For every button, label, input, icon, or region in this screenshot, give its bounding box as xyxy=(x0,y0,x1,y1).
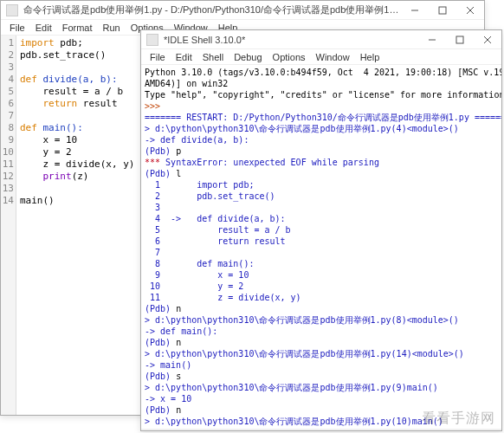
resize-area[interactable] xyxy=(141,429,501,430)
line-number: 2 xyxy=(1,49,14,61)
menu-file[interactable]: File xyxy=(145,52,171,62)
minimize-button[interactable] xyxy=(418,30,446,49)
line-number: 1 xyxy=(1,37,14,49)
shell-prompt: >>> xyxy=(145,101,160,111)
menu-run[interactable]: Run xyxy=(98,23,126,33)
menu-edit[interactable]: Edit xyxy=(171,52,197,62)
shell-window-controls xyxy=(418,30,501,49)
line-number: 9 xyxy=(1,134,14,146)
line-number: 10 xyxy=(1,146,14,158)
menu-window[interactable]: Window xyxy=(311,52,355,62)
menu-options[interactable]: Options xyxy=(268,52,311,62)
menu-file[interactable]: File xyxy=(4,23,30,33)
line-number: 8 xyxy=(1,122,14,134)
watermark-text: 看看手游网 xyxy=(422,410,495,428)
restart-banner: ======= RESTART: D:/Python/Python310/命令行… xyxy=(145,113,501,122)
close-button[interactable] xyxy=(474,30,501,49)
line-number: 14 xyxy=(1,195,14,207)
menu-debug[interactable]: Debug xyxy=(229,52,267,62)
maximize-button[interactable] xyxy=(429,1,456,20)
line-number: 6 xyxy=(1,98,14,110)
close-button[interactable] xyxy=(456,1,484,20)
line-number: 11 xyxy=(1,158,14,171)
line-number: 5 xyxy=(1,86,14,98)
line-number: 4 xyxy=(1,74,14,86)
menu-format[interactable]: Format xyxy=(57,23,98,33)
minimize-button[interactable] xyxy=(401,1,429,20)
svg-rect-1 xyxy=(439,7,446,14)
menu-help[interactable]: Help xyxy=(355,52,385,62)
svg-rect-5 xyxy=(456,36,463,43)
line-number: 12 xyxy=(1,171,14,183)
shell-menubar: File Edit Shell Debug Options Window Hel… xyxy=(141,49,501,65)
editor-titlebar[interactable]: 命令行调试器是pdb使用举例1.py - D:/Python/Python310… xyxy=(1,1,484,20)
idle-app-icon xyxy=(6,4,18,16)
line-number-gutter: 1 2 3 4 5 6 7 8 9 10 11 12 13 14 xyxy=(1,36,16,415)
maximize-button[interactable] xyxy=(446,30,474,49)
shell-title: *IDLE Shell 3.10.0* xyxy=(164,35,418,45)
shell-titlebar[interactable]: *IDLE Shell 3.10.0* xyxy=(141,30,501,49)
editor-title: 命令行调试器是pdb使用举例1.py - D:/Python/Python310… xyxy=(23,3,401,16)
shell-window: *IDLE Shell 3.10.0* File Edit Shell Debu… xyxy=(140,29,502,431)
shell-output[interactable]: Python 3.10.0 (tags/v3.10.0:b494f59, Oct… xyxy=(141,65,501,429)
line-number: 13 xyxy=(1,183,14,195)
line-number: 3 xyxy=(1,61,14,74)
editor-window-controls xyxy=(401,1,484,20)
line-number: 7 xyxy=(1,110,14,122)
menu-shell[interactable]: Shell xyxy=(197,52,229,62)
menu-edit[interactable]: Edit xyxy=(30,23,57,33)
idle-app-icon xyxy=(146,34,158,46)
